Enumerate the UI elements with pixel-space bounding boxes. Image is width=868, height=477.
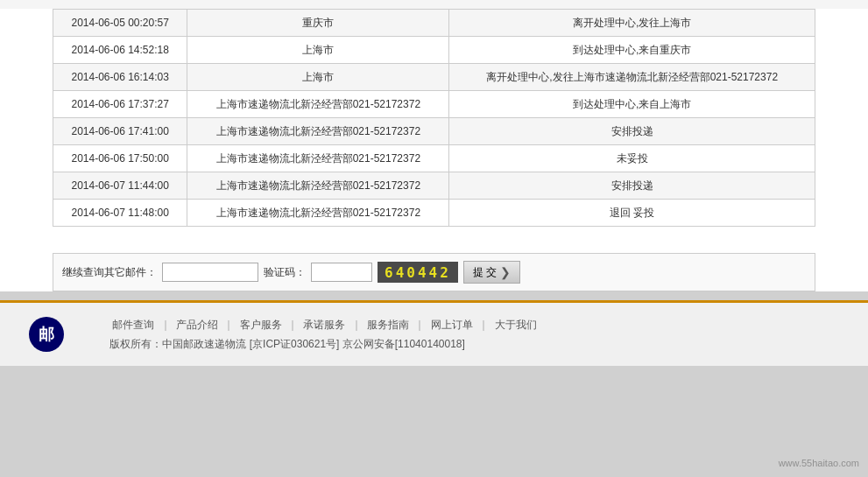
footer-link-order[interactable]: 网上订单 (431, 319, 473, 331)
watermark: www.55haitao.com (779, 458, 859, 468)
sep5: ｜ (414, 319, 427, 331)
captcha-label: 验证码： (264, 265, 306, 280)
sep4: ｜ (351, 319, 364, 331)
table-cell-datetime: 2014-06-06 16:14:03 (53, 64, 187, 91)
table-cell-location: 重庆市 (187, 10, 449, 37)
table-cell-status: 安排投递 (449, 172, 815, 200)
sep1: ｜ (160, 319, 173, 331)
sep6: ｜ (478, 319, 491, 331)
footer: 邮 邮件查询 ｜ 产品介绍 ｜ 客户服务 ｜ 承诺服务 ｜ 服务指南 ｜ 网上订… (0, 300, 868, 366)
table-cell-location: 上海市速递物流北新泾经营部021-52172372 (187, 145, 449, 172)
footer-links: 邮件查询 ｜ 产品介绍 ｜ 客户服务 ｜ 承诺服务 ｜ 服务指南 ｜ 网上订单 … (109, 317, 861, 333)
footer-logo: 邮 (29, 317, 64, 352)
footer-link-commitment[interactable]: 承诺服务 (303, 319, 345, 331)
footer-link-customer[interactable]: 客户服务 (240, 319, 282, 331)
table-cell-status: 离开处理中心,发往上海市速递物流北新泾经营部021-52172372 (449, 64, 815, 91)
table-cell-location: 上海市速递物流北新泾经营部021-52172372 (187, 172, 449, 200)
footer-link-product[interactable]: 产品介绍 (176, 319, 218, 331)
table-cell-location: 上海市 (187, 64, 449, 91)
table-cell-location: 上海市速递物流北新泾经营部021-52172372 (187, 200, 449, 227)
table-cell-location: 上海市 (187, 37, 449, 64)
table-cell-status: 安排投递 (449, 118, 815, 145)
table-cell-status: 到达处理中心,来自重庆市 (449, 37, 815, 64)
logo-image: 邮 (29, 317, 64, 352)
captcha-input[interactable] (311, 263, 372, 282)
footer-copyright: 版权所有：中国邮政速递物流 [京ICP证030621号] 京公网安备[11040… (109, 336, 861, 352)
query-bar: 继续查询其它邮件： 验证码： 640442 提 交 ❯ (53, 253, 815, 291)
table-cell-datetime: 2014-06-06 17:37:27 (53, 91, 187, 118)
footer-link-about[interactable]: 大于我们 (495, 319, 537, 331)
main-content: 2014-06-05 00:20:57重庆市离开处理中心,发往上海市2014-0… (0, 9, 868, 291)
table-cell-status: 到达处理中心,来自上海市 (449, 91, 815, 118)
footer-link-query[interactable]: 邮件查询 (112, 319, 154, 331)
table-cell-location: 上海市速递物流北新泾经营部021-52172372 (187, 91, 449, 118)
footer-link-guide[interactable]: 服务指南 (367, 319, 409, 331)
arrow-icon: ❯ (500, 265, 511, 279)
submit-button[interactable]: 提 交 ❯ (463, 261, 520, 284)
sep3: ｜ (287, 319, 300, 331)
table-cell-datetime: 2014-06-06 17:50:00 (53, 145, 187, 172)
table-cell-location: 上海市速递物流北新泾经营部021-52172372 (187, 118, 449, 145)
tracking-table: 2014-06-05 00:20:57重庆市离开处理中心,发往上海市2014-0… (53, 9, 815, 227)
query-label: 继续查询其它邮件： (62, 265, 157, 280)
table-cell-status: 未妥投 (449, 145, 815, 172)
table-cell-status: 退回 妥投 (449, 200, 815, 227)
table-cell-datetime: 2014-06-05 00:20:57 (53, 10, 187, 37)
tracking-input[interactable] (162, 263, 258, 282)
captcha-image: 640442 (378, 262, 458, 283)
table-cell-datetime: 2014-06-07 11:48:00 (53, 200, 187, 227)
table-cell-status: 离开处理中心,发往上海市 (449, 10, 815, 37)
table-cell-datetime: 2014-06-06 14:52:18 (53, 37, 187, 64)
submit-label: 提 交 (473, 265, 497, 280)
tracking-table-wrapper: 2014-06-05 00:20:57重庆市离开处理中心,发往上海市2014-0… (0, 9, 868, 244)
sep2: ｜ (223, 319, 236, 331)
table-cell-datetime: 2014-06-06 17:41:00 (53, 118, 187, 145)
table-cell-datetime: 2014-06-07 11:44:00 (53, 172, 187, 200)
